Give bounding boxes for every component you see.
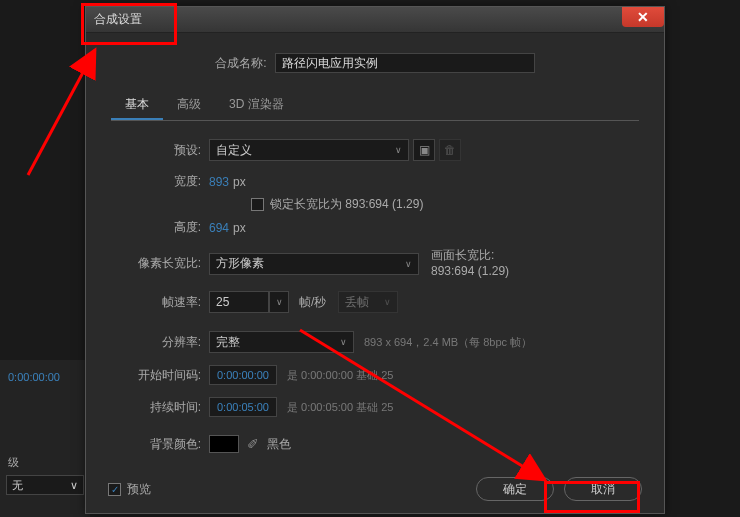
comp-name-row: 合成名称: bbox=[111, 53, 639, 73]
preview-label: 预览 bbox=[127, 481, 151, 498]
close-icon: ✕ bbox=[637, 9, 649, 25]
framerate-dropdown-button[interactable]: ∨ bbox=[269, 291, 289, 313]
tab-advanced[interactable]: 高级 bbox=[163, 91, 215, 120]
save-icon: ▣ bbox=[419, 143, 430, 157]
dialog-footer: 预览 确定 取消 bbox=[108, 477, 642, 501]
resolution-label: 分辨率: bbox=[111, 334, 201, 351]
dropframe-select: 丢帧 ∨ bbox=[338, 291, 398, 313]
frame-aspect-value: 893:694 (1.29) bbox=[431, 264, 509, 280]
bg-dropdown-value: 无 bbox=[12, 478, 23, 493]
dialog-body: 合成名称: 基本 高级 3D 渲染器 预设: 自定义 ∨ ▣ 🗑 宽度: bbox=[86, 33, 664, 475]
duration-label: 持续时间: bbox=[111, 399, 201, 416]
pixel-aspect-value: 方形像素 bbox=[216, 255, 264, 272]
footer-buttons: 确定 取消 bbox=[476, 477, 642, 501]
width-unit: px bbox=[233, 175, 246, 189]
cancel-button[interactable]: 取消 bbox=[564, 477, 642, 501]
chevron-down-icon: ∨ bbox=[340, 337, 347, 347]
frame-aspect-label: 画面长宽比: bbox=[431, 248, 509, 264]
chevron-down-icon: ∨ bbox=[384, 297, 391, 307]
bg-dropdown[interactable]: 无 ∨ bbox=[6, 475, 84, 495]
bg-timecode: 0:00:00:00 bbox=[8, 371, 60, 383]
pixel-aspect-row: 像素长宽比: 方形像素 ∨ 画面长宽比: 893:694 (1.29) bbox=[111, 248, 639, 279]
chevron-down-icon: ∨ bbox=[276, 297, 283, 307]
lock-aspect-label: 锁定长宽比为 893:694 (1.29) bbox=[270, 196, 423, 213]
tabs: 基本 高级 3D 渲染器 bbox=[111, 91, 639, 121]
chevron-down-icon: ∨ bbox=[70, 479, 78, 492]
framerate-value: 25 bbox=[216, 295, 229, 309]
lock-aspect-row: 锁定长宽比为 893:694 (1.29) bbox=[251, 196, 639, 213]
resolution-info: 893 x 694，2.4 MB（每 8bpc 帧） bbox=[364, 335, 532, 350]
height-label: 高度: bbox=[111, 219, 201, 236]
preset-delete-button[interactable]: 🗑 bbox=[439, 139, 461, 161]
preset-value: 自定义 bbox=[216, 142, 252, 159]
trash-icon: 🗑 bbox=[444, 143, 456, 157]
chevron-down-icon: ∨ bbox=[405, 259, 412, 269]
bg-color-name: 黑色 bbox=[267, 436, 291, 453]
framerate-label: 帧速率: bbox=[111, 294, 201, 311]
comp-name-input[interactable] bbox=[275, 53, 535, 73]
framerate-unit: 帧/秒 bbox=[299, 294, 326, 311]
preset-select[interactable]: 自定义 ∨ bbox=[209, 139, 409, 161]
height-value[interactable]: 694 bbox=[209, 221, 229, 235]
resolution-select[interactable]: 完整 ∨ bbox=[209, 331, 354, 353]
dialog-title: 合成设置 bbox=[94, 11, 142, 28]
resolution-row: 分辨率: 完整 ∨ 893 x 694，2.4 MB（每 8bpc 帧） bbox=[111, 331, 639, 353]
width-value[interactable]: 893 bbox=[209, 175, 229, 189]
frame-aspect-info: 画面长宽比: 893:694 (1.29) bbox=[431, 248, 509, 279]
height-unit: px bbox=[233, 221, 246, 235]
start-tc-info: 是 0:00:00:00 基础 25 bbox=[287, 368, 393, 383]
background-panel: 0:00:00:00 级 无 ∨ bbox=[0, 360, 90, 517]
pixel-aspect-label: 像素长宽比: bbox=[111, 255, 201, 272]
width-row: 宽度: 893 px bbox=[111, 173, 639, 190]
pixel-aspect-select[interactable]: 方形像素 ∨ bbox=[209, 253, 419, 275]
duration-row: 持续时间: 是 0:00:05:00 基础 25 bbox=[111, 397, 639, 417]
tab-basic[interactable]: 基本 bbox=[111, 91, 163, 120]
bg-color-row: 背景颜色: ✐ 黑色 bbox=[111, 435, 639, 453]
ok-button[interactable]: 确定 bbox=[476, 477, 554, 501]
start-tc-input[interactable] bbox=[209, 365, 277, 385]
start-tc-label: 开始时间码: bbox=[111, 367, 201, 384]
chevron-down-icon: ∨ bbox=[395, 145, 402, 155]
framerate-row: 帧速率: 25 ∨ 帧/秒 丢帧 ∨ bbox=[111, 291, 639, 313]
tab-3d-renderer[interactable]: 3D 渲染器 bbox=[215, 91, 298, 120]
start-timecode-row: 开始时间码: 是 0:00:00:00 基础 25 bbox=[111, 365, 639, 385]
framerate-select[interactable]: 25 bbox=[209, 291, 269, 313]
eyedropper-icon[interactable]: ✐ bbox=[247, 436, 259, 452]
comp-name-label: 合成名称: bbox=[215, 55, 266, 72]
composition-settings-dialog: 合成设置 ✕ 合成名称: 基本 高级 3D 渲染器 预设: 自定义 ∨ ▣ bbox=[85, 6, 665, 514]
titlebar[interactable]: 合成设置 ✕ bbox=[86, 7, 664, 33]
preview-checkbox[interactable] bbox=[108, 483, 121, 496]
close-button[interactable]: ✕ bbox=[622, 7, 664, 27]
preview-check[interactable]: 预览 bbox=[108, 481, 151, 498]
resolution-value: 完整 bbox=[216, 334, 240, 351]
bg-level-label: 级 bbox=[8, 455, 19, 470]
bg-color-swatch[interactable] bbox=[209, 435, 239, 453]
preset-row: 预设: 自定义 ∨ ▣ 🗑 bbox=[111, 139, 639, 161]
duration-info: 是 0:00:05:00 基础 25 bbox=[287, 400, 393, 415]
preset-save-button[interactable]: ▣ bbox=[413, 139, 435, 161]
bg-color-label: 背景颜色: bbox=[111, 436, 201, 453]
width-label: 宽度: bbox=[111, 173, 201, 190]
lock-aspect-checkbox[interactable] bbox=[251, 198, 264, 211]
preset-label: 预设: bbox=[111, 142, 201, 159]
height-row: 高度: 694 px bbox=[111, 219, 639, 236]
duration-input[interactable] bbox=[209, 397, 277, 417]
dropframe-value: 丢帧 bbox=[345, 294, 369, 311]
